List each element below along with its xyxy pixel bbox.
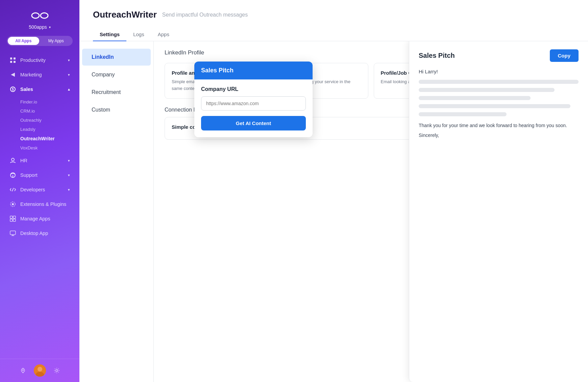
sidebar: 500apps ▾ All Apps My Apps Productivity … — [0, 0, 79, 382]
svg-point-21 — [22, 369, 24, 371]
pitch-sincerely: Sincerely, — [419, 133, 579, 138]
svg-rect-18 — [10, 231, 16, 235]
content-area: LinkedIn Company Recruitment Custom Link… — [79, 41, 588, 382]
sidebar-item-label: Marketing — [20, 72, 42, 77]
svg-point-23 — [38, 367, 42, 372]
main-content: OutreachWriter Send impactful Outreach m… — [79, 0, 588, 382]
manage-apps-icon — [9, 215, 16, 222]
sidebar-item-label: Support — [20, 172, 38, 178]
custom-popup: Sales Pitch Company URL Get AI Content — [194, 62, 313, 137]
placeholder-line-1 — [419, 80, 579, 84]
sales-subitems: Finder.io CRM.io Outreachly Leadsly Outr… — [0, 97, 79, 153]
sidebar-item-support[interactable]: Support ▾ — [3, 168, 77, 182]
marketing-icon — [9, 71, 16, 78]
sidebar-item-label: Extensions & Plugins — [20, 201, 66, 207]
page-title: OutreachWriter — [93, 9, 157, 20]
sidebar-item-desktop-app[interactable]: Desktop App — [3, 226, 77, 240]
rocket-icon[interactable] — [18, 365, 28, 376]
sales-pitch-panel: Sales Pitch Copy Hi Larry! Thank you for… — [409, 41, 588, 382]
logo-icon — [30, 9, 49, 22]
popup-header: Sales Pitch — [194, 62, 313, 79]
subitem-outreachwriter[interactable]: OutreachWriter — [18, 134, 79, 143]
all-apps-tab[interactable]: All Apps — [8, 37, 39, 45]
copy-button[interactable]: Copy — [550, 49, 579, 62]
sales-icon: $ — [9, 86, 16, 93]
pitch-content: Hi Larry! Thank you for your time and we… — [419, 69, 579, 138]
extensions-icon — [9, 201, 16, 208]
settings-item-linkedin[interactable]: LinkedIn — [82, 49, 151, 66]
sidebar-item-label: Manage Apps — [20, 216, 50, 221]
placeholder-line-2 — [419, 88, 555, 92]
tab-apps[interactable]: Apps — [151, 28, 176, 41]
chevron-down-icon: ▾ — [68, 73, 70, 77]
placeholder-line-3 — [419, 96, 531, 100]
sidebar-item-marketing[interactable]: Marketing ▾ — [3, 68, 77, 82]
sidebar-item-label: Productivity — [20, 57, 46, 63]
chevron-down-icon: ▾ — [68, 58, 70, 63]
svg-point-12 — [12, 203, 14, 205]
sidebar-item-label: HR — [20, 158, 27, 163]
svg-point-25 — [56, 369, 58, 372]
brand-row[interactable]: 500apps ▾ — [29, 24, 51, 30]
sidebar-item-extensions[interactable]: Extensions & Plugins — [3, 197, 77, 211]
pitch-greeting: Hi Larry! — [419, 69, 579, 74]
main-header: OutreachWriter Send impactful Outreach m… — [79, 0, 588, 41]
sidebar-item-manage-apps[interactable]: Manage Apps — [3, 212, 77, 226]
svg-rect-4 — [10, 61, 12, 63]
tab-logs[interactable]: Logs — [126, 28, 151, 41]
placeholder-line-5 — [419, 112, 507, 116]
svg-rect-2 — [10, 57, 12, 59]
sidebar-item-label: Developers — [20, 187, 45, 192]
sidebar-item-label: Desktop App — [20, 231, 48, 236]
svg-point-1 — [41, 13, 48, 18]
placeholder-line-4 — [419, 104, 570, 108]
hr-icon — [9, 157, 16, 164]
company-url-label: Company URL — [201, 86, 306, 92]
company-url-input[interactable] — [201, 96, 306, 111]
sidebar-item-label: Sales — [20, 87, 33, 92]
chevron-down-icon: ▾ — [68, 173, 70, 177]
chevron-up-icon: ▴ — [68, 87, 70, 92]
subitem-leadsly[interactable]: Leadsly — [18, 125, 79, 134]
support-icon — [9, 172, 16, 178]
settings-item-recruitment[interactable]: Recruitment — [82, 84, 151, 101]
subitem-crm[interactable]: CRM.io — [18, 106, 79, 116]
tab-settings[interactable]: Settings — [93, 28, 126, 41]
sidebar-footer — [0, 359, 79, 382]
sidebar-item-sales[interactable]: $ Sales ▴ — [3, 82, 77, 96]
svg-point-0 — [32, 13, 39, 18]
settings-icon[interactable] — [51, 365, 62, 376]
desktop-icon — [9, 230, 16, 237]
panel-header: Sales Pitch Copy — [419, 49, 579, 62]
panel-title: Sales Pitch — [419, 52, 455, 59]
brand-chevron-icon: ▾ — [49, 25, 51, 29]
sidebar-item-developers[interactable]: Developers ▾ — [3, 183, 77, 197]
avatar[interactable] — [34, 364, 46, 377]
subitem-voxdesk[interactable]: VoxDesk — [18, 143, 79, 152]
chevron-down-icon: ▾ — [68, 188, 70, 192]
settings-item-custom[interactable]: Custom — [82, 101, 151, 118]
svg-rect-15 — [13, 216, 16, 218]
settings-sidebar: LinkedIn Company Recruitment Custom — [79, 41, 154, 382]
sidebar-item-hr[interactable]: HR ▾ — [3, 153, 77, 168]
my-apps-tab[interactable]: My Apps — [41, 37, 72, 45]
developers-icon — [9, 186, 16, 193]
subitem-finder[interactable]: Finder.io — [18, 97, 79, 106]
svg-rect-17 — [13, 219, 16, 221]
brand-label: 500apps — [29, 24, 47, 30]
svg-rect-14 — [10, 216, 13, 218]
popup-title: Sales Pitch — [201, 67, 234, 74]
sidebar-logo: 500apps ▾ — [0, 0, 79, 36]
svg-rect-3 — [14, 57, 16, 59]
sidebar-item-productivity[interactable]: Productivity ▾ — [3, 53, 77, 67]
main-tabs: Settings Logs Apps — [93, 28, 574, 41]
popup-body: Company URL Get AI Content — [194, 79, 313, 137]
productivity-icon — [9, 57, 16, 64]
sidebar-tabs: All Apps My Apps — [7, 36, 73, 46]
settings-item-company[interactable]: Company — [82, 66, 151, 83]
sidebar-nav: Productivity ▾ Marketing ▾ $ Sales ▴ Fin… — [0, 53, 79, 359]
pitch-footer-text: Thank you for your time and we look forw… — [419, 122, 579, 130]
get-ai-content-button[interactable]: Get AI Content — [201, 116, 306, 130]
svg-point-8 — [11, 158, 14, 161]
subitem-outreachly[interactable]: Outreachly — [18, 116, 79, 125]
